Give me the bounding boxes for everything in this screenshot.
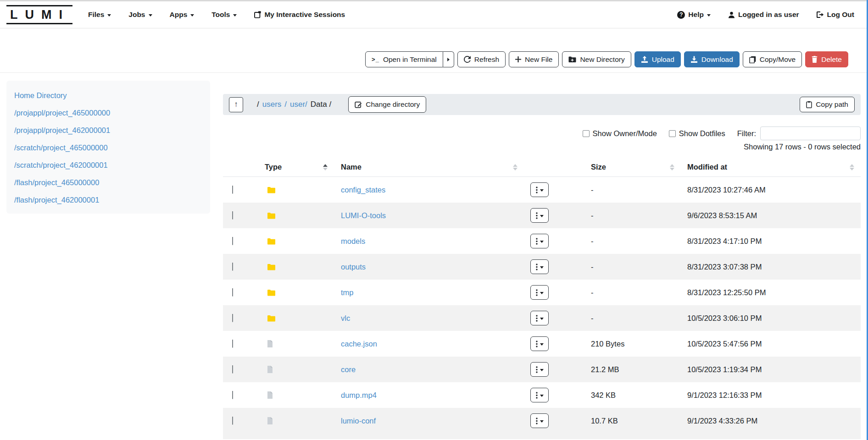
show-owner-mode-toggle[interactable]: Show Owner/Mode [583,129,657,138]
copy-path-button[interactable]: Copy path [800,97,855,112]
new-directory-button[interactable]: New Directory [562,51,631,67]
sidebar-path-link[interactable]: /scratch/project_465000000 [6,139,210,156]
file-name-link[interactable]: tmp [341,288,354,297]
header-name[interactable]: Name [328,158,530,176]
table-row: vlc - 10/5/2023 3:06:10 PM [223,305,861,331]
file-name-link[interactable]: dump.mp4 [341,391,377,399]
section-divider [0,72,868,73]
up-arrow-icon: ↑ [234,100,238,109]
upload-button[interactable]: Upload [634,51,681,67]
open-in-terminal-dropdown[interactable] [443,51,454,67]
filter-input[interactable] [760,126,861,140]
file-name-link[interactable]: cache.json [341,340,377,348]
file-name-link[interactable]: config_states [341,186,385,194]
header-type[interactable]: Type [252,158,328,176]
row-actions-dropdown[interactable] [530,182,549,197]
sidebar-path-link[interactable]: Home Directory [6,87,210,104]
row-checkbox[interactable] [232,288,233,297]
file-name-link[interactable]: core [341,365,356,374]
chevron-down-icon [149,14,152,16]
sidebar-path-link[interactable]: /projappl/project_465000000 [6,104,210,121]
sessions-icon [254,11,261,18]
file-size: 342 KB [569,391,679,400]
row-actions-dropdown[interactable] [530,388,549,402]
download-button[interactable]: Download [684,51,740,67]
nav-tools-menu[interactable]: Tools [211,11,237,19]
file-name-link[interactable]: LUMI-O-tools [341,211,386,220]
file-size: - [569,263,679,271]
trash-icon [812,56,818,63]
file-modified: 10/5/2023 5:47:56 PM [679,340,861,348]
show-owner-mode-checkbox[interactable] [583,130,590,137]
lumi-logo[interactable]: LUMI [6,5,72,24]
nav-logged-in-user[interactable]: Logged in as user [728,11,799,19]
table-row: tmp - 8/31/2023 12:25:50 PM [223,280,861,305]
nav-logout[interactable]: Log Out [817,11,854,19]
row-checkbox[interactable] [232,211,233,220]
row-checkbox[interactable] [232,186,233,194]
file-modified: 8/31/2023 3:07:38 PM [679,263,861,271]
copy-icon [749,56,756,63]
nav-jobs-label: Jobs [128,11,145,19]
nav-interactive-sessions[interactable]: My Interactive Sessions [254,11,345,19]
row-actions-dropdown[interactable] [530,311,549,325]
row-checkbox[interactable] [232,314,233,322]
sidebar-path-link[interactable]: /flash/project_462000001 [6,191,210,209]
header-type-label: Type [265,163,282,171]
file-name-link[interactable]: lumio-conf [341,417,376,425]
new-file-button[interactable]: New File [509,51,559,67]
breadcrumb-separator: / [284,100,287,109]
pencil-square-icon [355,101,362,108]
sidebar-path-link[interactable]: /flash/project_465000000 [6,174,210,191]
chevron-down-icon [540,266,544,269]
file-name-link[interactable]: models [341,237,365,245]
up-directory-button[interactable]: ↑ [229,97,243,112]
open-in-terminal-button[interactable]: >_ Open in Terminal [365,51,443,67]
file-icon [267,366,273,373]
file-name-link[interactable]: outputs [341,263,366,271]
new-directory-label: New Directory [580,55,624,64]
row-actions-dropdown[interactable] [530,208,549,223]
file-modified: 10/5/2023 1:19:34 PM [679,365,861,374]
file-name-link[interactable]: vlc [341,314,350,322]
show-dotfiles-checkbox[interactable] [669,130,676,137]
row-actions-dropdown[interactable] [530,362,549,377]
row-checkbox[interactable] [232,340,233,348]
terminal-icon: >_ [372,56,379,63]
kebab-menu-icon [536,212,538,219]
kebab-menu-icon [536,289,538,296]
nav-files-menu[interactable]: Files [88,11,111,19]
breadcrumb-users-link[interactable]: users [262,100,282,109]
header-size[interactable]: Size [569,158,679,176]
folder-icon [267,187,276,193]
row-checkbox[interactable] [232,417,233,425]
file-size: - [569,186,679,194]
folder-icon [267,315,276,322]
refresh-button[interactable]: Refresh [457,51,506,67]
chevron-down-icon [540,241,544,243]
nav-jobs-menu[interactable]: Jobs [128,11,152,19]
nav-help-menu[interactable]: ? Help [677,11,711,19]
row-actions-dropdown[interactable] [530,259,549,274]
file-modified: 10/5/2023 3:06:10 PM [679,314,861,323]
show-dotfiles-toggle[interactable]: Show Dotfiles [669,129,725,138]
row-actions-dropdown[interactable] [530,336,549,351]
sidebar-path-link[interactable]: /scratch/project_462000001 [6,156,210,174]
row-checkbox[interactable] [232,365,233,374]
delete-button[interactable]: Delete [805,51,848,67]
breadcrumb-user-link[interactable]: user/ [290,100,307,109]
row-actions-dropdown[interactable] [530,234,549,248]
row-actions-dropdown[interactable] [530,413,549,428]
nav-apps-menu[interactable]: Apps [170,11,195,19]
row-checkbox[interactable] [232,237,233,245]
sidebar-path-link[interactable]: /projappl/project_462000001 [6,121,210,139]
user-icon [728,11,735,18]
row-actions-dropdown[interactable] [530,285,549,300]
row-checkbox[interactable] [232,391,233,399]
file-size: - [569,288,679,297]
change-directory-button[interactable]: Change directory [348,96,426,113]
row-checkbox[interactable] [232,263,233,271]
table-controls: Show Owner/Mode Show Dotfiles Filter: [223,126,861,140]
header-modified[interactable]: Modified at [679,158,861,176]
copy-move-button[interactable]: Copy/Move [743,51,802,67]
